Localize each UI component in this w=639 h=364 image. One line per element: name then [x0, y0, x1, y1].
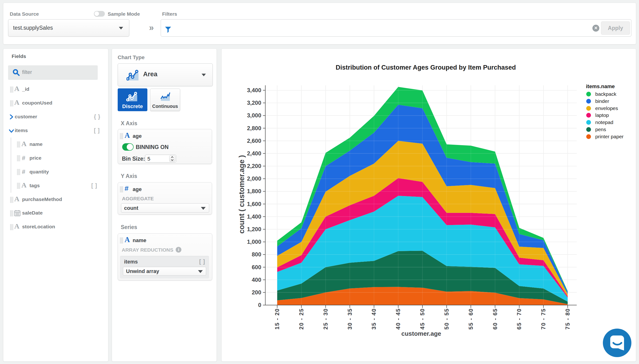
svg-text:customer.age: customer.age	[401, 330, 441, 337]
svg-text:1,000: 1,000	[247, 238, 261, 245]
svg-text:3,000: 3,000	[247, 112, 261, 118]
svg-text:0: 0	[258, 302, 261, 308]
svg-text:printer paper: printer paper	[595, 134, 623, 139]
svg-text:envelopes: envelopes	[595, 106, 618, 111]
svg-text:1,200: 1,200	[247, 226, 261, 232]
svg-text:3,400: 3,400	[247, 87, 261, 94]
svg-text:30 - 35: 30 - 35	[347, 308, 353, 330]
svg-text:2,000: 2,000	[247, 175, 261, 182]
svg-text:55 - 60: 55 - 60	[468, 308, 474, 330]
svg-text:25 - 30: 25 - 30	[322, 308, 329, 330]
svg-text:1,400: 1,400	[247, 213, 261, 220]
svg-text:3,200: 3,200	[247, 100, 261, 106]
svg-text:count ( customer.age ): count ( customer.age )	[238, 155, 246, 234]
svg-text:50 - 55: 50 - 55	[443, 308, 450, 330]
svg-text:backpack: backpack	[595, 91, 616, 97]
svg-text:2,400: 2,400	[247, 150, 261, 156]
svg-text:20 - 25: 20 - 25	[298, 308, 305, 330]
svg-text:pens: pens	[595, 127, 606, 132]
svg-text:600: 600	[252, 264, 261, 270]
svg-text:200: 200	[252, 289, 261, 296]
svg-text:70 - 75: 70 - 75	[540, 308, 546, 330]
svg-text:2,200: 2,200	[247, 163, 261, 169]
svg-text:35 - 40: 35 - 40	[371, 308, 377, 330]
svg-text:60 - 65: 60 - 65	[492, 308, 498, 330]
svg-text:800: 800	[252, 251, 261, 258]
svg-text:2,600: 2,600	[247, 138, 261, 144]
svg-text:75 - 80: 75 - 80	[564, 308, 571, 330]
svg-text:40 - 45: 40 - 45	[395, 308, 401, 330]
svg-text:2,800: 2,800	[247, 125, 261, 132]
svg-text:items.name: items.name	[586, 84, 615, 89]
svg-text:1,600: 1,600	[247, 201, 261, 207]
svg-text:binder: binder	[595, 98, 609, 104]
svg-text:laptop: laptop	[595, 112, 609, 118]
svg-text:1,800: 1,800	[247, 188, 261, 194]
svg-text:notepad: notepad	[595, 120, 613, 125]
svg-text:45 - 50: 45 - 50	[419, 308, 425, 330]
svg-text:400: 400	[252, 276, 261, 283]
svg-text:15 - 20: 15 - 20	[274, 308, 280, 330]
svg-text:65 - 70: 65 - 70	[516, 308, 522, 330]
